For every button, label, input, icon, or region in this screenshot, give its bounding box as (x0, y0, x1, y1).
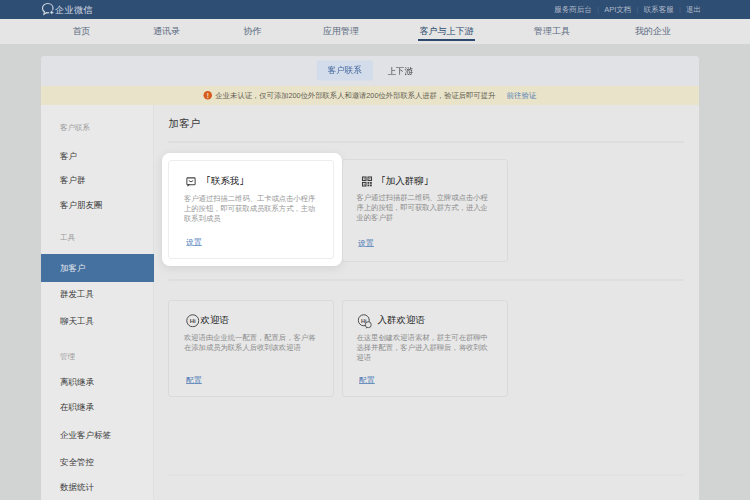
svg-text:Hi: Hi (190, 318, 196, 324)
